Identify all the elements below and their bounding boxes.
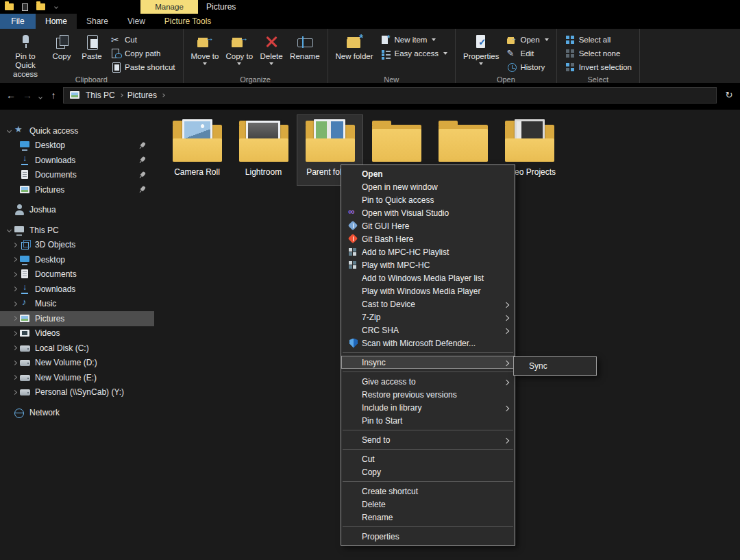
context-menu-item-create-shortcut[interactable]: Create shortcut bbox=[341, 485, 515, 498]
sidebar-item-pictures[interactable]: Pictures bbox=[0, 311, 154, 326]
breadcrumb-chevron-icon[interactable] bbox=[161, 93, 165, 97]
context-menu-item-insync[interactable]: Insync bbox=[341, 356, 515, 369]
context-menu-item-give-access-to[interactable]: Give access to bbox=[341, 375, 515, 388]
sidebar-item-new-volume-d[interactable]: New Volume (D:) bbox=[0, 356, 154, 371]
easy-access-button[interactable]: Easy access bbox=[377, 47, 452, 60]
context-menu-item-include-in-library[interactable]: Include in library bbox=[341, 401, 515, 414]
new-folder-button[interactable]: * New folder bbox=[332, 31, 377, 73]
recent-locations-button[interactable] bbox=[36, 87, 45, 104]
qat-new-folder-button[interactable] bbox=[35, 1, 46, 13]
sidebar-item-personal-syncab-y[interactable]: Personal (\\SynCab) (Y:) bbox=[0, 385, 154, 400]
context-menu-item-open[interactable]: Open bbox=[341, 167, 515, 180]
properties-button[interactable]: Properties bbox=[460, 31, 502, 73]
context-menu-item-play-with-mpc-hc[interactable]: Play with MPC-HC bbox=[341, 258, 515, 271]
expander-chevron-icon[interactable] bbox=[10, 361, 19, 365]
sidebar-item-documents[interactable]: Documents bbox=[0, 267, 154, 282]
context-menu-item-cast-to-device[interactable]: Cast to Device bbox=[341, 297, 515, 311]
folder-tile-camera-roll[interactable]: Camera Roll bbox=[164, 115, 230, 185]
rename-button[interactable]: Rename bbox=[286, 31, 323, 73]
breadcrumb-chevron-icon[interactable] bbox=[119, 93, 123, 97]
sidebar-quick-access[interactable]: Quick access bbox=[0, 123, 154, 138]
expander-chevron-icon[interactable] bbox=[10, 273, 19, 276]
context-menu-item-open-in-new-window[interactable]: Open in new window bbox=[341, 180, 515, 193]
tab-view[interactable]: View bbox=[118, 14, 155, 29]
context-menu-item-git-bash-here[interactable]: Git Bash Here bbox=[341, 232, 515, 245]
invert-selection-button[interactable]: Invert selection bbox=[561, 60, 635, 73]
refresh-button[interactable]: ↻ bbox=[721, 87, 737, 104]
open-button[interactable]: Open bbox=[503, 33, 552, 46]
manage-tab[interactable]: Manage bbox=[140, 0, 198, 14]
file-tab[interactable]: File bbox=[0, 14, 36, 29]
edit-button[interactable]: Edit bbox=[503, 47, 552, 60]
paste-button[interactable]: Paste bbox=[77, 31, 107, 73]
expander-chevron-icon[interactable] bbox=[10, 302, 19, 306]
expander-chevron-icon[interactable] bbox=[10, 376, 19, 379]
forward-button[interactable]: → bbox=[19, 87, 36, 104]
qat-customize-chevron-icon[interactable] bbox=[51, 1, 62, 13]
history-button[interactable]: History bbox=[503, 60, 552, 73]
select-none-button[interactable]: Select none bbox=[561, 47, 635, 60]
context-menu-item-7-zip[interactable]: 7-Zip bbox=[341, 311, 515, 324]
copy-to-button[interactable]: Copy to bbox=[222, 31, 256, 73]
context-menu-item-git-gui-here[interactable]: Git GUI Here bbox=[341, 219, 515, 232]
qat-properties-button[interactable] bbox=[19, 1, 30, 13]
expander-chevron-icon[interactable] bbox=[4, 228, 14, 232]
expander-chevron-icon[interactable] bbox=[10, 332, 19, 335]
breadcrumb-pictures[interactable]: Pictures bbox=[127, 90, 157, 100]
select-all-button[interactable]: Select all bbox=[561, 33, 635, 46]
new-item-button[interactable]: New item bbox=[377, 33, 452, 46]
context-menu-item-rename[interactable]: Rename bbox=[341, 511, 515, 524]
tab-share[interactable]: Share bbox=[77, 14, 118, 29]
sidebar-item-pictures[interactable]: Pictures bbox=[0, 182, 154, 197]
context-menu-item-add-to-mpc-hc-playlist[interactable]: Add to MPC-HC Playlist bbox=[341, 245, 515, 258]
copy-button[interactable]: Copy bbox=[47, 31, 77, 73]
sidebar-item-downloads[interactable]: Downloads bbox=[0, 282, 154, 297]
back-button[interactable]: ← bbox=[3, 87, 19, 104]
paste-shortcut-button[interactable]: Paste shortcut bbox=[107, 60, 179, 73]
context-menu-item-scan-with-microsoft-defender[interactable]: Scan with Microsoft Defender... bbox=[341, 337, 515, 350]
context-menu-item-restore-previous-versions[interactable]: Restore previous versions bbox=[341, 388, 515, 401]
breadcrumb-this-pc[interactable]: This PC bbox=[86, 90, 115, 100]
sidebar-item-music[interactable]: Music bbox=[0, 297, 154, 312]
sidebar-item-documents[interactable]: Documents bbox=[0, 168, 154, 183]
expander-chevron-icon[interactable] bbox=[10, 287, 19, 291]
address-bar[interactable]: This PC Pictures bbox=[63, 87, 717, 104]
expander-chevron-icon[interactable] bbox=[10, 391, 19, 394]
tab-home[interactable]: Home bbox=[36, 14, 77, 29]
expander-chevron-icon[interactable] bbox=[10, 258, 19, 261]
move-to-button[interactable]: Move to bbox=[188, 31, 223, 73]
context-menu-item-open-with-visual-studio[interactable]: Open with Visual Studio bbox=[341, 206, 515, 219]
sidebar-item-desktop[interactable]: Desktop bbox=[0, 138, 154, 154]
up-button[interactable]: ↑ bbox=[45, 87, 62, 104]
sidebar-this-pc[interactable]: This PC bbox=[0, 223, 154, 238]
context-menu-item-properties[interactable]: Properties bbox=[341, 530, 515, 543]
submenu-item-sync[interactable]: Sync bbox=[514, 358, 596, 374]
expander-chevron-icon[interactable] bbox=[4, 129, 14, 132]
sidebar-item-downloads[interactable]: Downloads bbox=[0, 153, 154, 168]
context-menu-item-delete[interactable]: Delete bbox=[341, 498, 515, 511]
context-menu-item-cut[interactable]: Cut bbox=[341, 452, 515, 465]
tab-picture-tools[interactable]: Picture Tools bbox=[155, 14, 221, 29]
context-menu-item-play-with-windows-media-player[interactable]: Play with Windows Media Player bbox=[341, 284, 515, 297]
sidebar-item-videos[interactable]: Videos bbox=[0, 326, 154, 341]
expander-chevron-icon[interactable] bbox=[10, 317, 19, 320]
sidebar-network[interactable]: Network bbox=[0, 405, 154, 420]
sidebar-item-new-volume-e[interactable]: New Volume (E:) bbox=[0, 370, 154, 385]
delete-button[interactable]: Delete bbox=[256, 31, 286, 73]
cut-button[interactable]: Cut bbox=[107, 33, 179, 46]
folder-tile-lightroom[interactable]: Lightroom bbox=[231, 115, 296, 185]
expander-chevron-icon[interactable] bbox=[10, 243, 19, 247]
context-menu-item-send-to[interactable]: Send to bbox=[341, 433, 515, 446]
context-menu-item-pin-to-quick-access[interactable]: Pin to Quick access bbox=[341, 193, 515, 206]
context-menu-item-crc-sha[interactable]: CRC SHA bbox=[341, 324, 515, 337]
expander-chevron-icon[interactable] bbox=[10, 346, 19, 350]
sidebar-item-desktop[interactable]: Desktop bbox=[0, 252, 154, 267]
context-menu-item-pin-to-start[interactable]: Pin to Start bbox=[341, 414, 515, 427]
pin-to-quick-access-button[interactable]: Pin to Quick access bbox=[4, 31, 47, 73]
context-menu-item-copy[interactable]: Copy bbox=[341, 465, 515, 478]
sidebar-item-local-disk-c[interactable]: Local Disk (C:) bbox=[0, 341, 154, 356]
sidebar-item-3d-objects[interactable]: 3D Objects bbox=[0, 238, 154, 253]
copy-path-button[interactable]: Copy path bbox=[107, 47, 179, 60]
context-menu-item-add-to-windows-media-player-list[interactable]: Add to Windows Media Player list bbox=[341, 271, 515, 284]
sidebar-user-joshua[interactable]: Joshua bbox=[0, 203, 154, 218]
